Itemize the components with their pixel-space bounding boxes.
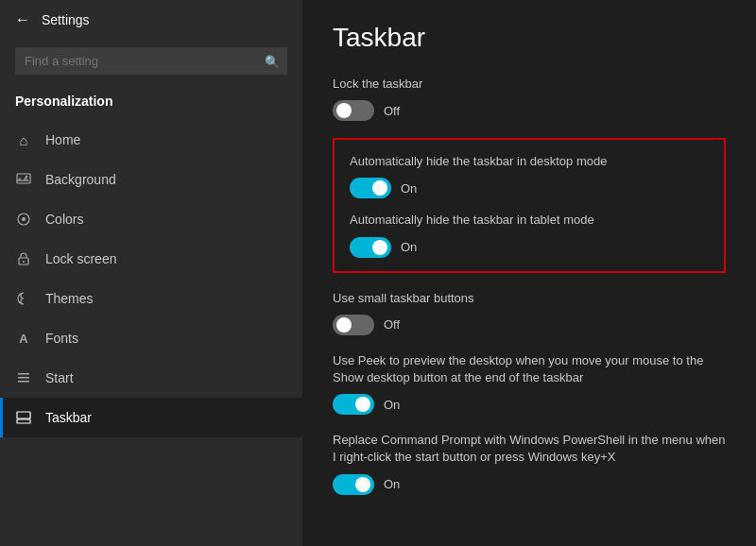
sidebar-item-themes[interactable]: Themes: [0, 279, 302, 318]
peek-preview-setting: Use Peek to preview the desktop when you…: [333, 352, 726, 415]
small-buttons-setting: Use small taskbar buttons Off: [333, 290, 726, 335]
sidebar-item-background[interactable]: Background: [0, 160, 302, 199]
hide-tablet-toggle-label: On: [401, 240, 417, 254]
sidebar-item-home[interactable]: ⌂ Home: [0, 120, 302, 160]
lock-taskbar-toggle-label: Off: [384, 104, 400, 118]
back-button[interactable]: ←: [15, 11, 30, 28]
hide-desktop-toggle[interactable]: [350, 178, 391, 198]
sidebar-item-fonts[interactable]: A Fonts: [0, 318, 302, 358]
lock-screen-icon: [15, 250, 32, 267]
replace-cmd-toggle-row: On: [333, 474, 726, 495]
themes-icon: [15, 290, 32, 307]
page-title: Taskbar: [333, 23, 726, 53]
sidebar-item-fonts-label: Fonts: [45, 331, 78, 346]
search-icon: 🔍: [265, 54, 280, 68]
sidebar: ← Settings 🔍 Personalization ⌂ Home Back…: [0, 0, 302, 546]
sidebar-item-lock-screen-label: Lock screen: [45, 251, 116, 266]
svg-point-3: [22, 217, 26, 221]
hide-tablet-toggle[interactable]: [350, 237, 391, 258]
search-input[interactable]: [15, 47, 287, 75]
peek-preview-toggle-label: On: [384, 398, 400, 412]
sidebar-item-taskbar-label: Taskbar: [45, 410, 92, 425]
sidebar-header: ← Settings: [0, 0, 302, 40]
replace-cmd-toggle-label: On: [384, 477, 400, 491]
sidebar-title-label: Settings: [42, 12, 90, 27]
peek-preview-toggle[interactable]: [333, 394, 374, 415]
sidebar-item-start[interactable]: Start: [0, 358, 302, 398]
hide-tablet-label: Automatically hide the taskbar in tablet…: [350, 212, 709, 229]
sidebar-item-colors[interactable]: Colors: [0, 199, 302, 239]
lock-taskbar-label: Lock the taskbar: [333, 76, 726, 93]
colors-icon: [15, 211, 32, 228]
lock-taskbar-setting: Lock the taskbar Off: [333, 76, 726, 121]
main-content: Taskbar Lock the taskbar Off Automatical…: [302, 0, 756, 546]
sidebar-item-colors-label: Colors: [45, 212, 83, 227]
svg-rect-7: [18, 377, 29, 379]
back-icon: ←: [15, 11, 30, 28]
hide-tablet-toggle-row: On: [350, 237, 709, 258]
auto-hide-section: Automatically hide the taskbar in deskto…: [333, 138, 726, 272]
small-buttons-toggle-row: Off: [333, 315, 726, 335]
home-icon: ⌂: [15, 131, 32, 148]
sidebar-item-start-label: Start: [45, 370, 74, 385]
sidebar-item-taskbar[interactable]: Taskbar: [0, 398, 302, 437]
svg-point-5: [23, 261, 25, 263]
personalization-section-label: Personalization: [0, 86, 302, 120]
hide-tablet-setting: Automatically hide the taskbar in tablet…: [350, 212, 709, 257]
nav-list: ⌂ Home Background Colors: [0, 120, 302, 437]
hide-desktop-toggle-label: On: [401, 181, 417, 196]
sidebar-item-background-label: Background: [45, 172, 116, 187]
svg-rect-6: [18, 373, 29, 375]
peek-preview-toggle-row: On: [333, 394, 726, 415]
sidebar-item-home-label: Home: [45, 132, 80, 147]
sidebar-item-themes-label: Themes: [45, 291, 94, 306]
svg-point-1: [26, 176, 27, 178]
taskbar-icon: [15, 409, 32, 426]
search-box: 🔍: [15, 47, 287, 75]
lock-taskbar-toggle-row: Off: [333, 100, 726, 121]
replace-cmd-label: Replace Command Prompt with Windows Powe…: [333, 432, 726, 466]
small-buttons-toggle[interactable]: [333, 315, 374, 335]
svg-rect-10: [17, 412, 30, 418]
hide-desktop-label: Automatically hide the taskbar in deskto…: [350, 153, 709, 170]
small-buttons-label: Use small taskbar buttons: [333, 290, 726, 307]
fonts-icon: A: [15, 330, 32, 347]
lock-taskbar-toggle[interactable]: [333, 100, 374, 121]
replace-cmd-toggle[interactable]: [333, 474, 374, 495]
background-icon: [15, 171, 32, 188]
hide-desktop-toggle-row: On: [350, 178, 709, 198]
start-icon: [15, 369, 32, 386]
sidebar-item-lock-screen[interactable]: Lock screen: [0, 239, 302, 279]
replace-cmd-setting: Replace Command Prompt with Windows Powe…: [333, 432, 726, 494]
svg-rect-9: [17, 419, 30, 423]
peek-preview-label: Use Peek to preview the desktop when you…: [333, 352, 726, 386]
small-buttons-toggle-label: Off: [384, 317, 400, 332]
hide-desktop-setting: Automatically hide the taskbar in deskto…: [350, 153, 709, 198]
svg-rect-8: [18, 381, 29, 383]
